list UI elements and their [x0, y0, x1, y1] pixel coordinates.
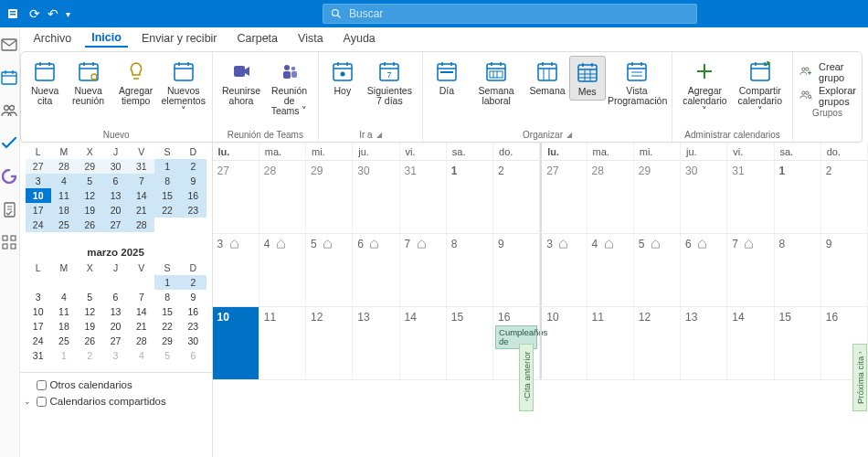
minical-day[interactable]: 10	[26, 188, 51, 203]
minical-day[interactable]: 12	[77, 304, 102, 319]
minical-day[interactable]: 24	[26, 218, 51, 232]
nav-loop[interactable]	[0, 168, 18, 185]
calendar-cell[interactable]: 27	[540, 161, 587, 234]
dialog-launcher-icon[interactable]: ◢	[376, 131, 382, 139]
minical-day[interactable]: 2	[180, 275, 206, 290]
minical-day[interactable]: 19	[77, 203, 102, 218]
nav-tasks[interactable]	[0, 135, 18, 152]
undo-icon[interactable]: ↶	[48, 6, 58, 21]
minical-day[interactable]: 22	[154, 319, 180, 334]
minical-day[interactable]: 27	[102, 218, 128, 232]
calendar-cell[interactable]: 1	[775, 161, 821, 234]
ribbon-cal-month[interactable]: Mes	[569, 56, 606, 101]
minical-day[interactable]: 1	[51, 348, 77, 363]
minical-day[interactable]: 19	[77, 319, 102, 334]
minical-day[interactable]: 14	[129, 188, 154, 203]
other-calendars-checkbox[interactable]	[37, 380, 47, 390]
minical-day[interactable]: 30	[180, 334, 206, 348]
minical-day[interactable]: 25	[51, 334, 77, 348]
minical-day[interactable]: 9	[180, 290, 206, 304]
nav-notes[interactable]	[0, 201, 18, 218]
calendar-cell[interactable]: 8	[775, 234, 821, 307]
calendar-cell[interactable]: 15	[447, 307, 493, 380]
minical-day[interactable]: 5	[77, 174, 102, 188]
ribbon-lightbulb[interactable]: Agregar tiempo	[113, 56, 159, 109]
minical-day[interactable]	[51, 275, 77, 290]
minical-day[interactable]: 5	[77, 290, 102, 304]
mini-calendar-1[interactable]: marzo 2025LMXJVSD12345678910111213141516…	[20, 239, 212, 370]
menu-inicio[interactable]: Inicio	[85, 29, 128, 48]
calendar-cell[interactable]: 8	[447, 234, 493, 307]
calendar-cell[interactable]: 7	[400, 234, 447, 307]
menu-ayuda[interactable]: Ayuda	[337, 30, 382, 47]
ribbon-new-items[interactable]: Nuevos elementos ˅	[161, 56, 206, 119]
calendar-cell[interactable]: 4	[587, 234, 634, 307]
prev-appointment-strip[interactable]: ‹Cita anterior	[519, 344, 534, 411]
calendar-cell[interactable]: 28	[259, 161, 306, 234]
minical-day[interactable]: 30	[102, 159, 128, 174]
minical-day[interactable]: 2	[77, 348, 102, 363]
minical-day[interactable]: 9	[180, 174, 206, 188]
minical-day[interactable]: 11	[51, 304, 77, 319]
calendar-cell[interactable]: 30	[681, 161, 727, 234]
minical-day[interactable]: 26	[77, 218, 102, 232]
minical-day[interactable]: 4	[129, 348, 154, 363]
minical-day[interactable]: 17	[26, 319, 51, 334]
nav-calendar[interactable]	[0, 69, 18, 86]
ribbon-cal-sched[interactable]: Vista Programación	[608, 56, 666, 109]
minical-day[interactable]	[129, 275, 154, 290]
minical-day[interactable]: 7	[129, 174, 154, 188]
minical-day[interactable]: 26	[77, 334, 102, 348]
calendar-cell[interactable]: 14	[727, 307, 774, 380]
minical-day[interactable]: 15	[154, 304, 180, 319]
minical-day[interactable]: 25	[51, 218, 77, 232]
calendar-cell[interactable]: 30	[353, 161, 399, 234]
minical-day[interactable]: 12	[77, 188, 102, 203]
calendar-cell[interactable]: 28	[587, 161, 634, 234]
dialog-launcher-icon[interactable]: ◢	[566, 131, 572, 139]
calendar-cell[interactable]: 12	[634, 307, 681, 380]
calendar-grid[interactable]: lu.ma.mi.ju.vi.sa.do.lu.ma.mi.ju.vi.sa.d…	[213, 143, 868, 457]
calendar-cell[interactable]: 29	[634, 161, 681, 234]
tree-other-calendars[interactable]: Otros calendarios	[24, 377, 208, 393]
minical-day[interactable]: 3	[26, 290, 51, 304]
calendar-cell[interactable]: 13	[681, 307, 727, 380]
minical-day[interactable]: 4	[51, 174, 77, 188]
menu-vista[interactable]: Vista	[291, 30, 330, 47]
menu-carpeta[interactable]: Carpeta	[231, 30, 284, 47]
minical-day[interactable]	[180, 218, 206, 232]
minical-day[interactable]: 18	[51, 319, 77, 334]
ribbon-cal-today[interactable]: Hoy	[324, 56, 361, 99]
calendar-cell[interactable]: 27	[213, 161, 259, 234]
nav-mail[interactable]	[0, 37, 18, 53]
minical-day[interactable]: 16	[180, 304, 206, 319]
calendar-cell[interactable]: 5	[306, 234, 353, 307]
minical-day[interactable]: 27	[102, 334, 128, 348]
calendar-cell[interactable]: 4	[259, 234, 306, 307]
calendar-cell[interactable]: 9	[493, 234, 540, 307]
calendar-cell[interactable]: 11	[587, 307, 634, 380]
calendar-cell[interactable]: 7	[727, 234, 774, 307]
minical-day[interactable]: 28	[129, 334, 154, 348]
customize-qat-icon[interactable]: ▾	[66, 9, 70, 19]
minical-day[interactable]: 6	[102, 290, 128, 304]
ribbon-calendar-plus[interactable]: Nueva cita	[26, 56, 64, 109]
ribbon-people-search[interactable]: Explorar grupos	[799, 85, 856, 107]
minical-day[interactable]: 31	[129, 159, 154, 174]
minical-day[interactable]: 8	[154, 290, 180, 304]
calendar-cell[interactable]: 12	[306, 307, 353, 380]
calendar-cell[interactable]: 2	[493, 161, 540, 234]
ribbon-cal-share[interactable]: Compartir calendario ˅	[734, 56, 787, 119]
minical-day[interactable]: 23	[180, 203, 206, 218]
minical-day[interactable]: 21	[129, 203, 154, 218]
minical-day[interactable]: 3	[102, 348, 128, 363]
ribbon-cal-ww[interactable]: Semana laboral	[467, 56, 525, 109]
minical-day[interactable]: 28	[51, 159, 77, 174]
minical-day[interactable]: 13	[102, 188, 128, 203]
minical-day[interactable]: 23	[180, 319, 206, 334]
ribbon-cal-7[interactable]: 7Siguientes 7 días	[363, 56, 417, 109]
nav-more[interactable]	[0, 234, 18, 250]
minical-day[interactable]	[154, 218, 180, 232]
calendar-cell[interactable]: 31	[727, 161, 774, 234]
calendar-cell[interactable]: 10	[213, 307, 259, 380]
